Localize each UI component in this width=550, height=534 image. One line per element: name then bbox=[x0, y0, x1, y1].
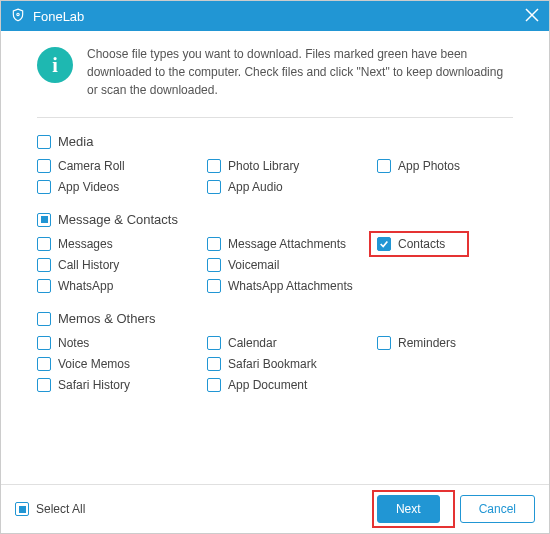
app-title: FoneLab bbox=[33, 9, 84, 24]
window: FoneLab i Choose file types you want to … bbox=[0, 0, 550, 534]
checkbox-app-videos[interactable] bbox=[37, 180, 51, 194]
item-calendar[interactable]: Calendar bbox=[207, 336, 377, 350]
intro: i Choose file types you want to download… bbox=[37, 45, 513, 99]
footer: Select All Next Cancel bbox=[1, 484, 549, 533]
checkbox-media[interactable] bbox=[37, 135, 51, 149]
section-message-contacts-header[interactable]: Message & Contacts bbox=[37, 212, 513, 227]
item-photo-library[interactable]: Photo Library bbox=[207, 159, 377, 173]
checkbox-contacts[interactable] bbox=[377, 237, 391, 251]
section-media-label: Media bbox=[58, 134, 93, 149]
checkbox-message-attachments[interactable] bbox=[207, 237, 221, 251]
item-notes[interactable]: Notes bbox=[37, 336, 207, 350]
item-app-audio[interactable]: App Audio bbox=[207, 180, 377, 194]
checkbox-call-history[interactable] bbox=[37, 258, 51, 272]
titlebar: FoneLab bbox=[1, 1, 549, 31]
checkbox-voice-memos[interactable] bbox=[37, 357, 51, 371]
svg-point-0 bbox=[17, 13, 19, 15]
checkbox-notes[interactable] bbox=[37, 336, 51, 350]
shield-icon bbox=[11, 8, 25, 25]
checkbox-app-audio[interactable] bbox=[207, 180, 221, 194]
section-media-header[interactable]: Media bbox=[37, 134, 513, 149]
checkbox-whatsapp[interactable] bbox=[37, 279, 51, 293]
checkbox-safari-history[interactable] bbox=[37, 378, 51, 392]
section-memos-others-label: Memos & Others bbox=[58, 311, 156, 326]
section-message-contacts: Message & Contacts Messages Message Atta… bbox=[37, 212, 513, 293]
sections: Media Camera Roll Photo Library App Phot… bbox=[37, 134, 513, 474]
checkbox-select-all[interactable] bbox=[15, 502, 29, 516]
checkbox-camera-roll[interactable] bbox=[37, 159, 51, 173]
checkbox-app-document[interactable] bbox=[207, 378, 221, 392]
checkbox-calendar[interactable] bbox=[207, 336, 221, 350]
section-memos-others: Memos & Others Notes Calendar Reminders … bbox=[37, 311, 513, 392]
checkbox-safari-bookmark[interactable] bbox=[207, 357, 221, 371]
item-safari-bookmark[interactable]: Safari Bookmark bbox=[207, 357, 377, 371]
item-safari-history[interactable]: Safari History bbox=[37, 378, 207, 392]
content-area: i Choose file types you want to download… bbox=[1, 31, 549, 484]
select-all-label: Select All bbox=[36, 502, 85, 516]
checkbox-message-contacts[interactable] bbox=[37, 213, 51, 227]
checkbox-messages[interactable] bbox=[37, 237, 51, 251]
checkbox-reminders[interactable] bbox=[377, 336, 391, 350]
checkbox-app-photos[interactable] bbox=[377, 159, 391, 173]
checkbox-voicemail[interactable] bbox=[207, 258, 221, 272]
select-all[interactable]: Select All bbox=[15, 502, 85, 516]
checkbox-photo-library[interactable] bbox=[207, 159, 221, 173]
checkbox-whatsapp-attachments[interactable] bbox=[207, 279, 221, 293]
info-icon: i bbox=[37, 47, 73, 83]
cancel-button[interactable]: Cancel bbox=[460, 495, 535, 523]
item-app-document[interactable]: App Document bbox=[207, 378, 377, 392]
item-app-videos[interactable]: App Videos bbox=[37, 180, 207, 194]
close-icon[interactable] bbox=[525, 8, 539, 25]
next-button[interactable]: Next bbox=[377, 495, 440, 523]
item-reminders[interactable]: Reminders bbox=[377, 336, 507, 350]
item-voice-memos[interactable]: Voice Memos bbox=[37, 357, 207, 371]
checkbox-memos-others[interactable] bbox=[37, 312, 51, 326]
section-message-contacts-label: Message & Contacts bbox=[58, 212, 178, 227]
item-message-attachments[interactable]: Message Attachments bbox=[207, 237, 377, 251]
item-camera-roll[interactable]: Camera Roll bbox=[37, 159, 207, 173]
section-media: Media Camera Roll Photo Library App Phot… bbox=[37, 134, 513, 194]
divider bbox=[37, 117, 513, 118]
item-call-history[interactable]: Call History bbox=[37, 258, 207, 272]
section-memos-others-header[interactable]: Memos & Others bbox=[37, 311, 513, 326]
item-voicemail[interactable]: Voicemail bbox=[207, 258, 377, 272]
item-contacts[interactable]: Contacts bbox=[377, 237, 507, 251]
item-app-photos[interactable]: App Photos bbox=[377, 159, 507, 173]
item-whatsapp-attachments[interactable]: WhatsApp Attachments bbox=[207, 279, 377, 293]
item-messages[interactable]: Messages bbox=[37, 237, 207, 251]
item-whatsapp[interactable]: WhatsApp bbox=[37, 279, 207, 293]
intro-text: Choose file types you want to download. … bbox=[87, 45, 513, 99]
